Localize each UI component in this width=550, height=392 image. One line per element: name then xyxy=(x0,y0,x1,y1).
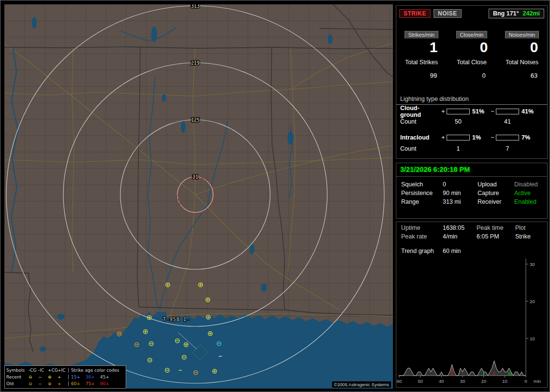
trend-graph-window: 60 min xyxy=(443,248,542,254)
rate-values: 1 0 0 xyxy=(396,40,547,55)
minus-sign: − xyxy=(489,108,496,115)
legend-symbol-col: +CG xyxy=(48,368,58,373)
range-value: 313 mi xyxy=(443,198,478,205)
capture-value: Active xyxy=(514,190,542,196)
strike-symbol-glyph: ⊕ xyxy=(48,375,58,379)
indicator-row: STRIKE NOISE Bng 171° 242mi xyxy=(396,6,547,18)
ic-pos-count: 1 xyxy=(447,145,470,152)
map-canvas[interactable]: 31321912531T-958 1- Symbols-CG-IC+CG+ICS… xyxy=(4,4,393,389)
range-ring-label: 219 xyxy=(191,60,200,66)
total-close-value: 0 xyxy=(459,72,509,79)
status-row: Persistence 90 min Capture Active xyxy=(396,189,547,197)
strike-symbol-glyph: ⊕ xyxy=(48,381,58,386)
peak-time-label: Peak time xyxy=(477,224,515,231)
uptime-label: Uptime xyxy=(401,224,443,231)
svg-text:10: 10 xyxy=(502,378,507,384)
trend-info-row: Peak rate 4/min 6:05 PM Strike xyxy=(396,232,547,241)
total-noises-value: 63 xyxy=(509,72,548,79)
plot-label: Plot xyxy=(515,224,542,231)
total-strikes-value: 99 xyxy=(408,72,459,79)
cloud-ground-row: Cloud-ground + 51% − 41% xyxy=(396,105,547,116)
receiver-value: Enabled xyxy=(514,198,542,205)
legend-age-value: 30+ xyxy=(86,375,100,379)
legend-age-value: 45+ xyxy=(100,375,115,379)
rate-headers: Strikes/min Close/min Noises/min xyxy=(396,31,547,39)
legend-symbol-col: -CG xyxy=(29,368,38,373)
legend-symbol-col: -IC xyxy=(38,368,48,373)
plus-sign: + xyxy=(440,108,447,115)
status-row: Squelch 0 Upload Disabled xyxy=(396,180,547,189)
map-svg: 31321912531T-958 1- xyxy=(4,4,393,389)
cg-pos-bar xyxy=(447,109,470,114)
status-panel: 3/21/2026 6:20:18 PM Squelch 0 Upload Di… xyxy=(396,163,548,219)
cg-neg-bar xyxy=(496,109,519,114)
minus-sign: − xyxy=(489,134,496,141)
strikes-per-min-value: 1 xyxy=(408,40,459,55)
bearing-distance: 242mi xyxy=(523,10,540,17)
totals-values: 99 0 63 xyxy=(396,70,547,79)
storm-cell-label: T-958 1- xyxy=(163,317,190,322)
intracloud-label: Intracloud xyxy=(400,134,440,141)
ic-neg-bar xyxy=(496,135,519,140)
peak-rate-value: 4/min xyxy=(443,233,477,240)
total-strikes-label: Total Strikes xyxy=(396,59,447,66)
noise-indicator-button[interactable]: NOISE xyxy=(434,9,462,18)
close-per-min-value: 0 xyxy=(459,40,509,55)
svg-text:0: 0 xyxy=(524,378,527,384)
svg-text:30: 30 xyxy=(530,262,535,267)
range-label: Range xyxy=(401,198,443,205)
map-legend: Symbols-CG-IC+CG+ICStrike age color code… xyxy=(4,365,126,389)
upload-value: Disabled xyxy=(514,181,542,188)
legend-age-value: 15+ xyxy=(68,375,86,379)
ic-pos-pct: 1% xyxy=(470,134,489,141)
legend-symbol-col: +IC xyxy=(58,368,67,373)
receiver-label: Receiver xyxy=(478,198,514,205)
svg-text:40: 40 xyxy=(439,378,444,384)
status-row: Range 313 mi Receiver Enabled xyxy=(396,197,547,206)
persistence-label: Persistence xyxy=(401,190,443,196)
noises-per-min-value: 0 xyxy=(509,40,548,55)
totals-labels: Total Strikes Total Close Total Noises xyxy=(396,59,547,66)
cg-neg-pct: 41% xyxy=(519,108,543,115)
legend-age-row-label: Recent xyxy=(6,375,29,379)
svg-text:min: min xyxy=(534,378,541,384)
svg-text:50: 50 xyxy=(418,378,423,384)
copyright-text: ©2005 Astrogenic Systems xyxy=(332,381,391,388)
strike-symbol-glyph: − xyxy=(38,375,48,379)
total-noises-label: Total Noises xyxy=(497,59,547,66)
strike-symbol-glyph: ⊖ xyxy=(29,381,38,386)
squelch-label: Squelch xyxy=(401,181,443,188)
strike-symbol-glyph: ⊖ xyxy=(29,375,38,379)
svg-text:20: 20 xyxy=(530,299,535,304)
count-label: Count xyxy=(400,145,440,152)
peak-time-value: 6:05 PM xyxy=(477,233,515,240)
close-per-min-header: Close/min xyxy=(456,31,488,39)
trend-graph-label: Trend graph xyxy=(401,248,443,254)
strike-symbol-glyph: + xyxy=(58,381,67,386)
cloud-ground-label: Cloud-ground xyxy=(400,105,440,118)
cg-pos-count: 50 xyxy=(447,118,470,125)
trend-panel: Uptime 1638:05 Peak time Plot Peak rate … xyxy=(396,222,548,388)
cg-pos-pct: 51% xyxy=(470,108,489,115)
legend-age-row-label: Old xyxy=(6,381,29,386)
cloud-ground-count-row: Count 50 41 xyxy=(396,116,547,127)
legend-age-value: 90+ xyxy=(100,381,115,386)
trend-info-row: Uptime 1638:05 Peak time Plot xyxy=(396,222,547,232)
svg-text:30: 30 xyxy=(460,378,465,384)
bearing-display: Bng 171° 242mi xyxy=(489,9,544,18)
uptime-value: 1638:05 xyxy=(443,224,477,231)
legend-age-value: 75+ xyxy=(86,381,100,386)
strike-indicator-button[interactable]: STRIKE xyxy=(399,9,431,18)
svg-text:60: 60 xyxy=(397,378,402,384)
capture-label: Capture xyxy=(478,190,514,196)
squelch-value: 0 xyxy=(443,181,478,188)
legend-age-title: Strike age color codes xyxy=(68,368,119,373)
ic-pos-bar xyxy=(447,135,470,140)
range-ring-label: 313 xyxy=(191,4,200,9)
total-close-label: Total Close xyxy=(447,59,497,66)
intracloud-row: Intracloud + 1% − 7% xyxy=(396,132,547,143)
strikes-per-min-header: Strikes/min xyxy=(405,31,438,39)
legend-row: Symbols-CG-IC+CG+ICStrike age color code… xyxy=(6,367,124,374)
stats-panel: STRIKE NOISE Bng 171° 242mi Strikes/min … xyxy=(396,5,548,159)
plus-sign: + xyxy=(440,134,447,141)
